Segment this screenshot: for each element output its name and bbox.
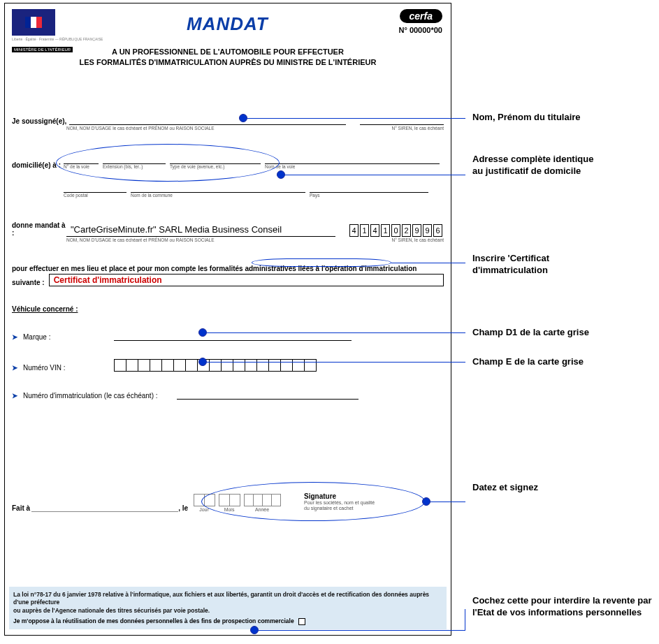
form-number: N° 00000*00: [398, 26, 442, 34]
callout-leader: [207, 362, 465, 363]
addr-cp-field[interactable]: [64, 183, 126, 193]
section-mandataire: donne mandat à : "CarteGriseMinute.fr" S…: [12, 221, 444, 242]
callout-dot: [239, 114, 247, 122]
cerfa-badge: cerfa: [400, 9, 442, 23]
callout-dot: [198, 328, 207, 337]
callout-dot: [277, 170, 285, 179]
gov-logo: [12, 9, 55, 36]
vehicule-heading: Véhicule concerné :: [12, 305, 444, 313]
annotation-vin: Champ E de la carte grise: [472, 356, 584, 368]
le-label: , le: [178, 504, 188, 512]
opt-out-checkbox[interactable]: [298, 618, 305, 625]
callout-leader: [247, 118, 465, 119]
annotation-certificat: Inscrire 'Certificat d'immatriculation: [472, 253, 549, 277]
section-vehicule: Véhicule concerné : ➤ Marque : ➤ Numéro …: [12, 305, 444, 400]
soussigne-label: Je soussigné(e),: [12, 117, 66, 125]
annotation-nom-prenom: Nom, Prénom du titulaire: [472, 112, 581, 124]
bullet-icon: ➤: [12, 333, 17, 341]
operation-text: pour effectuer en mes lieu et place et p…: [12, 265, 444, 272]
operation-suivante-label: suivante :: [12, 279, 45, 286]
addr-pays-caption: Pays: [310, 193, 428, 198]
fait-a-field[interactable]: [31, 502, 178, 512]
soussigne-siren-field[interactable]: [360, 115, 444, 125]
annotation-optout: Cochez cette pour interdire la revente p…: [472, 595, 651, 619]
callout-dot: [250, 626, 259, 634]
french-flag-icon: [25, 17, 42, 28]
annotation-optout-l2: l'Etat de vos informations personnelles: [472, 607, 642, 617]
callout-oval: [201, 482, 425, 521]
annotation-certificat-l1: Inscrire 'Certificat: [472, 253, 549, 263]
annotation-adresse-l1: Adresse complète identique: [472, 154, 593, 164]
marque-label: Marque :: [23, 333, 114, 341]
callout-oval: [56, 144, 280, 182]
callout-oval: [252, 258, 391, 267]
legal-line2: ou auprès de l'Agence nationale des titr…: [13, 607, 442, 615]
addr-pays-field[interactable]: [310, 183, 428, 193]
annotation-optout-l1: Cochez cette pour interdire la revente p…: [472, 595, 651, 606]
logo-caption: Liberté · Égalité · Fraternité — RÉPUBLI…: [12, 37, 103, 41]
bullet-icon: ➤: [12, 364, 17, 372]
addr-commune-field[interactable]: [131, 183, 305, 193]
callout-leader: [465, 609, 465, 630]
subtitle-line2: LES FORMALITÉS D'IMMATRICULATION AUPRÈS …: [80, 58, 377, 66]
callout-leader: [285, 175, 465, 175]
addr-commune-caption: Nom de la commune: [131, 193, 305, 198]
callout-leader: [391, 263, 465, 263]
subtitle-line1: A UN PROFESSIONNEL DE L'AUTOMOBILE POUR …: [112, 47, 344, 56]
annotation-adresse: Adresse complète identique au justificat…: [472, 154, 593, 177]
section-operation: pour effectuer en mes lieu et place et p…: [12, 265, 444, 286]
addr-voie-caption: Nom de la voie: [265, 164, 440, 169]
soussigne-nom-field[interactable]: [69, 115, 346, 125]
callout-dot: [198, 358, 207, 366]
callout-leader: [259, 630, 465, 631]
annotation-certificat-l2: d'immatriculation: [472, 265, 548, 275]
operation-field[interactable]: Certificat d'immatriculation: [49, 274, 444, 286]
mandat-siren-caption: N° SIREN, le cas échéant: [392, 237, 444, 242]
mandat-nom-caption: NOM, NOM D'USAGE le cas échéant et PRÉNO…: [66, 237, 214, 242]
form-subtitle: A UN PROFESSIONNEL DE L'AUTOMOBILE POUR …: [5, 47, 451, 68]
mandat-company-field[interactable]: "CarteGriseMinute.fr" SARL Media Busines…: [66, 224, 335, 237]
legal-footer: La loi n°78-17 du 6 janvier 1978 relativ…: [9, 587, 447, 629]
callout-dot: [422, 497, 430, 506]
annotation-date-sign: Datez et signez: [472, 482, 538, 494]
opt-out-label: Je m'oppose à la réutilisation de mes do…: [13, 617, 294, 624]
bullet-icon: ➤: [12, 392, 17, 400]
callout-leader: [207, 332, 465, 333]
mandat-label: donne mandat à :: [12, 221, 66, 237]
vin-boxes[interactable]: [114, 359, 316, 372]
annotation-adresse-l2: au justificatif de domicile: [472, 166, 581, 176]
callout-leader: [430, 502, 465, 502]
immat-label: Numéro d'immatriculation (le cas échéant…: [23, 392, 177, 400]
vin-label: Numéro VIN :: [23, 364, 114, 372]
addr-cp-caption: Code postal: [64, 193, 126, 198]
mandat-siren-boxes[interactable]: 414102996: [349, 224, 444, 237]
soussigne-nom-caption: NOM, NOM D'USAGE le cas échéant et PRÉNO…: [66, 126, 214, 131]
soussigne-siren-caption: N° SIREN, le cas échéant: [392, 126, 444, 131]
legal-line1: La loi n°78-17 du 6 janvier 1978 relativ…: [13, 591, 442, 607]
addr-voie-field[interactable]: [265, 154, 440, 164]
annotation-marque: Champ D1 de la carte grise: [472, 327, 589, 339]
form-title: MANDAT: [187, 13, 268, 35]
immat-field[interactable]: [177, 390, 359, 400]
fait-a-label: Fait à: [12, 504, 30, 512]
cerfa-mandat-form: Liberté · Égalité · Fraternité — RÉPUBLI…: [4, 3, 451, 636]
